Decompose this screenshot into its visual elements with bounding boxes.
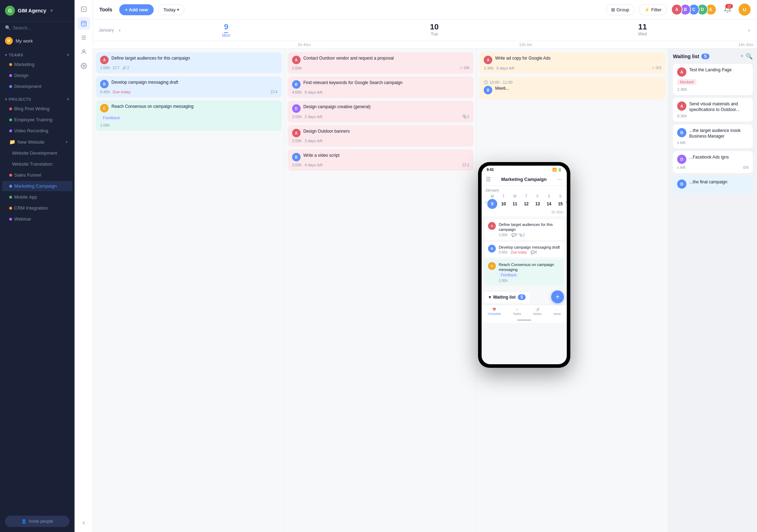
task-design-outdoor-banners[interactable]: A Design Outdoor banners 2:00h 3 days le… xyxy=(288,125,474,146)
phone-day-num-14[interactable]: 14 xyxy=(544,199,554,209)
task-find-keywords[interactable]: B Find relevant keywords for Google Sear… xyxy=(288,77,474,98)
svg-text:31: 31 xyxy=(83,23,85,26)
invite-icon: 👤 xyxy=(21,519,27,524)
tool-list-icon[interactable] xyxy=(77,31,90,44)
sidebar-item-marketing[interactable]: Marketing xyxy=(2,59,72,70)
tool-calendar-icon[interactable]: 31 xyxy=(77,17,90,30)
add-project-button[interactable]: + xyxy=(66,96,70,102)
sidebar-item-video-recording[interactable]: Video Recording xyxy=(2,126,72,136)
phone-day-label-m: M xyxy=(487,194,498,198)
avatar-1[interactable]: A xyxy=(671,4,682,15)
task-contact-ourdoor[interactable]: A Contact Ourdoor vendor and request a p… xyxy=(288,52,474,74)
task-define-target[interactable]: A Define target audiences for this campa… xyxy=(96,52,282,73)
task-design-campaign-creative[interactable]: D Design campaign creative (general) 3:0… xyxy=(288,101,474,122)
phone-waiting-chevron[interactable]: ▾ xyxy=(489,295,491,300)
hours-row: 2h 45m 13h 0m 14h 30m xyxy=(93,41,757,49)
teams-label[interactable]: ▾ Teams xyxy=(5,53,23,57)
projects-chevron[interactable]: ▾ Projects xyxy=(5,97,31,102)
sidebar-item-crm-integration[interactable]: CRM Integration xyxy=(2,203,72,213)
search-placeholder: Search... xyxy=(13,25,31,31)
tool-settings-icon[interactable] xyxy=(77,60,90,72)
sidebar-item-sales-funnel[interactable]: Sales Funnel xyxy=(2,170,72,180)
task-time-6: 3:00h xyxy=(292,115,302,119)
group-button[interactable]: ⊞ Group xyxy=(606,4,635,15)
tool-person-icon[interactable] xyxy=(77,45,90,58)
phone-day-num-11[interactable]: 11 xyxy=(510,199,520,209)
phone-day-num-9[interactable]: 9 xyxy=(487,199,497,209)
wl-card-send-visual[interactable]: A Send visual materials and specificatio… xyxy=(673,98,753,122)
phone-day-num-12[interactable]: 12 xyxy=(521,199,531,209)
invite-people-button[interactable]: 👤 Invite people xyxy=(5,516,70,527)
phone-day-label-s2: S xyxy=(555,194,566,198)
phone-day-num-15[interactable]: 15 xyxy=(555,199,565,209)
sidebar-item-webinar[interactable]: Webinar xyxy=(2,214,72,224)
user-avatar[interactable]: U xyxy=(739,4,751,16)
phone-nav-schedule[interactable]: 📅 Schedule xyxy=(488,308,501,316)
sidebar-item-new-website[interactable]: 📁 New Website ▾ xyxy=(2,137,72,147)
phone-task-3[interactable]: C Reach Consensus on campaign messaging … xyxy=(484,259,564,286)
sidebar-item-marketing-campaign[interactable]: Marketing Campaign xyxy=(2,181,72,191)
notification-button[interactable]: 12 xyxy=(724,5,731,14)
phone-month: January xyxy=(485,188,563,192)
wl-card-target-audience[interactable]: B ...the target audience inook Business … xyxy=(673,124,753,148)
wl-card-final-campaign[interactable]: B ...the final campaign xyxy=(673,176,753,194)
phone-menu-icon[interactable]: ☰ xyxy=(486,176,491,183)
waiting-list-add-icon[interactable]: + xyxy=(740,53,744,60)
prev-day-button[interactable]: ‹ xyxy=(117,26,122,35)
phone-next-icon[interactable]: › xyxy=(566,199,567,205)
phone-task-2[interactable]: B Develop campaign messaging draft 0:45h… xyxy=(484,242,564,257)
phone-fab-button[interactable]: + xyxy=(551,290,564,303)
wl-card-facebook-ads[interactable]: D ...Facebook Ads igns s left 0/9 xyxy=(673,151,753,173)
agency-chevron-icon[interactable]: ▾ xyxy=(50,8,53,13)
sidebar-item-website-translation[interactable]: Website Translation xyxy=(2,159,72,169)
projects-chevron-icon: ▾ xyxy=(5,97,7,102)
wl-title-5: ...the final campaign xyxy=(689,179,727,185)
sidebar-item-design[interactable]: Design xyxy=(2,70,72,81)
task-meta-5: 4:00h 8 days left xyxy=(292,90,470,94)
webinar-dot xyxy=(9,218,12,221)
task-write-video-script[interactable]: B Write a video script 2:00h 4 days left… xyxy=(288,149,474,171)
waiting-list-search-icon[interactable]: 🔍 xyxy=(746,53,753,60)
phone-day-t1: T 10 xyxy=(498,194,509,209)
task-time-2: 0:45h xyxy=(100,90,110,94)
tool-check-icon[interactable] xyxy=(77,3,90,16)
phone-day-num-10[interactable]: 10 xyxy=(499,199,509,209)
today-button[interactable]: Today ▾ xyxy=(158,4,185,15)
development-dot xyxy=(9,85,12,88)
task-reach-consensus[interactable]: C Reach Consensus on campaign messaging … xyxy=(96,100,282,131)
new-website-chevron: ▾ xyxy=(66,140,67,144)
filter-label: Filter xyxy=(651,7,662,12)
phone-task-comments-1: 💬7 📎2 xyxy=(511,233,525,237)
sidebar-item-mobile-app[interactable]: Mobile App xyxy=(2,192,72,202)
wl-avatar-5: B xyxy=(677,179,686,189)
phone-day-num-13[interactable]: 13 xyxy=(533,199,543,209)
calendar-outer: A Define target audiences for this campa… xyxy=(93,49,757,532)
add-team-button[interactable]: + xyxy=(66,52,70,58)
phone-nav-more[interactable]: ⋯ More xyxy=(554,308,561,316)
sidebar-item-website-development[interactable]: Website Development xyxy=(2,148,72,158)
my-work-label: My work xyxy=(16,38,33,44)
notification-badge: 12 xyxy=(725,4,733,9)
filter-button[interactable]: ⚡ Filter xyxy=(639,4,667,15)
next-day-button[interactable]: › xyxy=(747,26,751,35)
phone-nav-notes[interactable]: 📝 Notes xyxy=(533,308,542,316)
phone-more-icon[interactable]: ⋯ xyxy=(557,176,563,183)
task-write-ad-copy[interactable]: A Write ad copy for Google Ads 2:30h 6 d… xyxy=(479,52,665,74)
video-recording-label: Video Recording xyxy=(14,128,48,133)
sidebar-search[interactable]: 🔍 Search... xyxy=(0,22,75,34)
sidebar-item-blog-post[interactable]: Blog Post Writing xyxy=(2,104,72,114)
task-time-3: 1:00h xyxy=(100,123,110,127)
tool-collapse-icon[interactable] xyxy=(77,516,90,529)
phone-task-1[interactable]: A Define target audiences for this campa… xyxy=(484,219,564,240)
add-new-button[interactable]: + Add new xyxy=(119,4,154,15)
phone-nav-tasks[interactable]: ✓ Tasks xyxy=(513,308,521,316)
sidebar-my-work[interactable]: M My work xyxy=(0,34,75,48)
sidebar-item-employee-training[interactable]: Employee Training xyxy=(2,115,72,125)
task-develop-campaign[interactable]: B Develop campaign messaging draft 0:45h… xyxy=(96,76,282,98)
crm-dot xyxy=(9,207,12,210)
sidebar-item-development[interactable]: Development xyxy=(2,81,72,92)
wl-card-test-landing[interactable]: A Test the Landing Page blocked 1:30h xyxy=(673,64,753,95)
task-meeting-block[interactable]: 10:00 - 11:00 B Meeti... xyxy=(479,77,665,99)
phone-task-meta-1: 1:00h 💬7 📎2 xyxy=(499,233,560,237)
phone-day-f: F 13 xyxy=(532,194,543,209)
